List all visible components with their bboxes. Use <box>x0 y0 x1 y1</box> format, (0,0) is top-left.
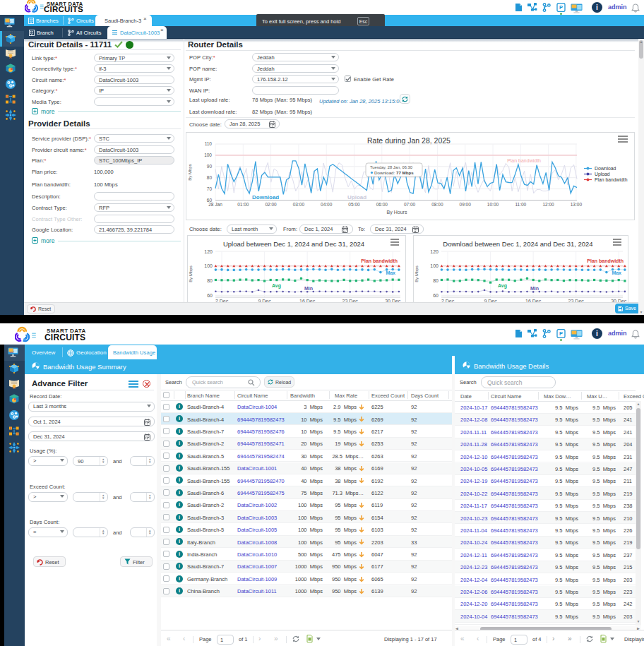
svg-text:Tuesday, 28 Jan, 06:30: Tuesday, 28 Jan, 06:30 <box>370 165 412 169</box>
svg-text:60: 60 <box>207 293 213 298</box>
svg-text:03:00: 03:00 <box>293 202 305 207</box>
svg-text:Plan bandwidth: Plan bandwidth <box>507 158 541 163</box>
svg-text:Avg: Avg <box>272 283 281 289</box>
svg-text:Upload: Upload <box>595 172 610 177</box>
svg-text:Upload between Dec 1, 2024 and: Upload between Dec 1, 2024 and Dec 31, 2… <box>223 240 364 248</box>
svg-text:Plan bandwidth: Plan bandwidth <box>361 258 398 263</box>
svg-text:11:00: 11:00 <box>515 202 526 207</box>
svg-text:Rate during Jan 28, 2025: Rate during Jan 28, 2025 <box>367 136 451 145</box>
svg-text:By Mbps: By Mbps <box>188 164 192 180</box>
svg-text:120: 120 <box>204 249 213 254</box>
svg-text:By Hours: By Hours <box>387 210 407 215</box>
svg-text:08:00: 08:00 <box>431 202 443 207</box>
svg-text:Plan bandwidth: Plan bandwidth <box>587 258 624 263</box>
svg-text:Max: Max <box>612 270 621 275</box>
svg-text:05:00: 05:00 <box>348 202 360 207</box>
svg-text:01:00: 01:00 <box>237 202 249 207</box>
svg-text:80: 80 <box>207 278 213 283</box>
svg-text:Download: Download <box>595 166 616 171</box>
svg-text:80: 80 <box>433 278 439 283</box>
svg-text:70: 70 <box>207 186 213 191</box>
svg-text:10:00: 10:00 <box>487 202 499 207</box>
svg-text:P: P <box>559 330 563 337</box>
svg-text:13:00: 13:00 <box>571 202 583 207</box>
svg-text:P: P <box>559 4 563 11</box>
svg-text:100: 100 <box>204 263 213 268</box>
svg-text:Plan bandwidth: Plan bandwidth <box>595 177 628 182</box>
svg-text:07:00: 07:00 <box>404 202 416 207</box>
svg-text:04:00: 04:00 <box>321 202 333 207</box>
svg-text:06:00: 06:00 <box>376 202 388 207</box>
svg-text:Avg: Avg <box>498 283 507 289</box>
svg-text:90: 90 <box>207 164 213 169</box>
svg-text:Download: Download <box>252 194 279 201</box>
svg-text:02:00: 02:00 <box>265 202 277 207</box>
svg-text:100: 100 <box>430 263 439 268</box>
svg-text:12:00: 12:00 <box>542 202 554 207</box>
svg-text:Min: Min <box>304 286 313 291</box>
svg-text:Download: 77 Mbps: Download: 77 Mbps <box>374 170 414 175</box>
svg-text:By Mbps: By Mbps <box>415 265 419 282</box>
svg-text:Download between Dec 1, 2024 a: Download between Dec 1, 2024 and Dec 31,… <box>443 240 592 248</box>
svg-text:Min: Min <box>530 286 539 291</box>
svg-text:Upload: Upload <box>347 194 366 201</box>
svg-text:60: 60 <box>433 293 439 298</box>
svg-text:Max: Max <box>386 270 395 275</box>
svg-text:110: 110 <box>205 141 213 146</box>
svg-text:80: 80 <box>207 175 213 180</box>
svg-text:By Mbps: By Mbps <box>189 265 193 282</box>
svg-text:100: 100 <box>204 152 212 157</box>
svg-text:120: 120 <box>430 249 439 254</box>
svg-text:09:00: 09:00 <box>460 202 472 207</box>
svg-text:28 Jan: 28 Jan <box>208 202 222 207</box>
